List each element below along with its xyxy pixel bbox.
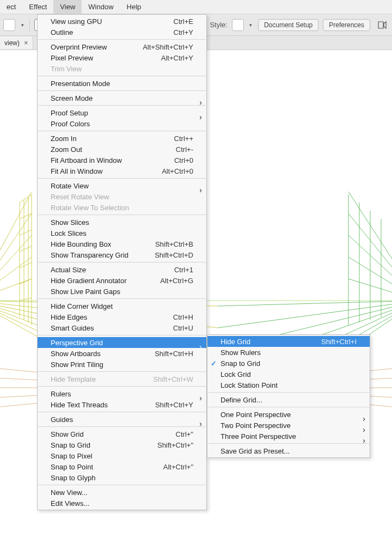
document-tab[interactable]: view) × — [0, 36, 33, 49]
fill-swatch[interactable] — [3, 19, 15, 31]
menu-item-label: Show Slices — [51, 218, 193, 227]
menu-item-label: Rotate View To Selection — [51, 204, 193, 212]
menu-item-window[interactable]: Window — [82, 0, 120, 14]
menu-item-label: New View... — [51, 488, 193, 497]
view-menu-item-pixel-preview[interactable]: Pixel PreviewAlt+Ctrl+Y — [38, 52, 206, 63]
view-menu-item-rotate-view[interactable]: Rotate View — [38, 180, 206, 191]
style-dropdown-icon[interactable] — [248, 22, 254, 28]
view-menu-item-zoom-in[interactable]: Zoom InCtrl++ — [38, 133, 206, 144]
submenu-item-save-grid-as-preset[interactable]: Save Grid as Preset... — [207, 445, 370, 456]
view-menu-item-guides[interactable]: Guides — [38, 414, 206, 425]
svg-line-8 — [0, 192, 32, 301]
view-menu-item-snap-to-grid[interactable]: Snap to GridShift+Ctrl+" — [38, 439, 206, 450]
view-menu-item-proof-colors[interactable]: Proof Colors — [38, 118, 206, 129]
panel-toggle-icon[interactable] — [375, 18, 389, 32]
view-menu-item-smart-guides[interactable]: Smart GuidesCtrl+U — [38, 322, 206, 333]
menu-item-label: Perspective Grid — [51, 339, 193, 347]
view-menu-item-perspective-grid[interactable]: Perspective Grid — [38, 337, 206, 348]
view-menu-item-fit-artboard-in-window[interactable]: Fit Artboard in WindowCtrl+0 — [38, 155, 206, 166]
view-menu-item-show-artboards[interactable]: Show ArtboardsShift+Ctrl+H — [38, 348, 206, 359]
fill-dropdown-icon[interactable] — [20, 22, 25, 28]
menu-item-label: Fit Artboard in Window — [51, 156, 161, 164]
menu-item-shortcut: Ctrl+- — [176, 145, 193, 154]
view-menu-item-actual-size[interactable]: Actual SizeCtrl+1 — [38, 264, 206, 275]
menu-item-shortcut: Shift+Ctrl+I — [321, 338, 357, 346]
menu-item-label: Actual Size — [51, 266, 161, 274]
document-tab-label: view) — [4, 39, 20, 47]
close-icon[interactable]: × — [24, 39, 28, 47]
view-menu-item-hide-edges[interactable]: Hide EdgesCtrl+H — [38, 311, 206, 322]
menu-item-label: Hide Template — [51, 375, 140, 383]
menu-item-shortcut: Shift+Ctrl+Y — [155, 401, 193, 409]
submenu-item-two-point-perspective[interactable]: Two Point Perspective — [207, 420, 370, 431]
menu-item-label: Trim View — [51, 65, 193, 73]
view-menu-item-new-view[interactable]: New View... — [38, 487, 206, 498]
menu-item-label: Show Rulers — [220, 349, 357, 357]
menu-item-label: Show Transparency Grid — [51, 251, 142, 259]
menu-item-shortcut: Ctrl+E — [174, 17, 193, 26]
view-menu-item-edit-views[interactable]: Edit Views... — [38, 498, 206, 509]
perspective-grid-submenu: Hide GridShift+Ctrl+IShow RulersSnap to … — [207, 334, 370, 458]
document-setup-button[interactable]: Document Setup — [258, 19, 318, 31]
menu-item-help[interactable]: Help — [120, 0, 148, 14]
view-menu-item-show-grid[interactable]: Show GridCtrl+" — [38, 429, 206, 439]
menu-item-label: Screen Mode — [51, 94, 193, 102]
preferences-button[interactable]: Preferences — [323, 19, 370, 31]
svg-line-22 — [20, 279, 32, 284]
view-menu-item-snap-to-pixel[interactable]: Snap to Pixel — [38, 450, 206, 461]
view-menu-item-show-slices[interactable]: Show Slices — [38, 217, 206, 228]
svg-line-10 — [0, 235, 32, 301]
submenu-item-lock-station-point[interactable]: Lock Station Point — [207, 380, 370, 390]
view-menu-item-snap-to-glyph[interactable]: Snap to Glyph — [38, 472, 206, 483]
view-menu-item-show-transparency-grid[interactable]: Show Transparency GridShift+Ctrl+D — [38, 249, 206, 260]
svg-line-17 — [20, 194, 32, 203]
submenu-item-show-rulers[interactable]: Show Rulers — [207, 347, 370, 358]
menu-item-label: Proof Setup — [51, 109, 193, 117]
submenu-item-define-grid[interactable]: Define Grid... — [207, 394, 370, 405]
menu-item-shortcut: Ctrl+U — [173, 324, 193, 332]
svg-line-21 — [20, 262, 32, 268]
view-menu-item-fit-all-in-window[interactable]: Fit All in WindowAlt+Ctrl+0 — [38, 166, 206, 176]
submenu-item-lock-grid[interactable]: Lock Grid — [207, 369, 370, 380]
menu-item-label: Show Live Paint Gaps — [51, 288, 193, 296]
menubar: ect Effect View Window Help — [0, 0, 392, 14]
menu-item-view[interactable]: View — [53, 0, 82, 14]
svg-line-9 — [0, 213, 32, 301]
menu-separator — [38, 76, 206, 76]
view-menu-item-presentation-mode[interactable]: Presentation Mode — [38, 78, 206, 89]
view-menu-item-zoom-out[interactable]: Zoom OutCtrl+- — [38, 144, 206, 155]
view-menu-item-hide-corner-widget[interactable]: Hide Corner Widget — [38, 301, 206, 311]
view-menu-item-view-using-gpu[interactable]: View using GPUCtrl+E — [38, 16, 206, 27]
menu-item-label: Hide Text Threads — [51, 401, 142, 409]
view-menu-item-hide-gradient-annotator[interactable]: Hide Gradient AnnotatorAlt+Ctrl+G — [38, 275, 206, 286]
view-menu-item-show-print-tiling[interactable]: Show Print Tiling — [38, 359, 206, 370]
menu-item-shortcut: Shift+Ctrl+H — [155, 350, 193, 358]
submenu-item-hide-grid[interactable]: Hide GridShift+Ctrl+I — [207, 336, 370, 347]
menu-item-label: Two Point Perspective — [220, 421, 357, 430]
view-menu-item-hide-bounding-box[interactable]: Hide Bounding BoxShift+Ctrl+B — [38, 239, 206, 249]
menu-item-select[interactable]: ect — [0, 0, 22, 14]
view-menu-item-hide-template: Hide TemplateShift+Ctrl+W — [38, 374, 206, 384]
menu-item-label: Lock Slices — [51, 229, 193, 237]
svg-line-11 — [0, 257, 32, 301]
submenu-item-one-point-perspective[interactable]: One Point Perspective — [207, 409, 370, 420]
submenu-item-snap-to-grid[interactable]: Snap to Grid — [207, 358, 370, 369]
view-menu-item-show-live-paint-gaps[interactable]: Show Live Paint Gaps — [38, 286, 206, 297]
view-menu-item-lock-slices[interactable]: Lock Slices — [38, 228, 206, 239]
menu-separator — [38, 371, 206, 372]
menu-item-label: View using GPU — [51, 17, 161, 26]
svg-line-30 — [218, 301, 392, 306]
view-menu-item-rulers[interactable]: Rulers — [38, 388, 206, 399]
menu-item-effect[interactable]: Effect — [22, 0, 53, 14]
style-swatch[interactable] — [232, 19, 244, 31]
view-menu-item-overprint-preview[interactable]: Overprint PreviewAlt+Shift+Ctrl+Y — [38, 41, 206, 52]
view-menu-item-hide-text-threads[interactable]: Hide Text ThreadsShift+Ctrl+Y — [38, 399, 206, 410]
menu-item-label: Reset Rotate View — [51, 193, 193, 201]
submenu-item-three-point-perspective[interactable]: Three Point Perspective — [207, 431, 370, 442]
view-menu-item-proof-setup[interactable]: Proof Setup — [38, 107, 206, 118]
menu-item-label: Show Print Tiling — [51, 360, 193, 369]
menu-separator — [208, 392, 369, 393]
view-menu-item-screen-mode[interactable]: Screen Mode — [38, 93, 206, 103]
view-menu-item-snap-to-point[interactable]: Snap to PointAlt+Ctrl+" — [38, 461, 206, 472]
view-menu-item-outline[interactable]: OutlineCtrl+Y — [38, 27, 206, 38]
